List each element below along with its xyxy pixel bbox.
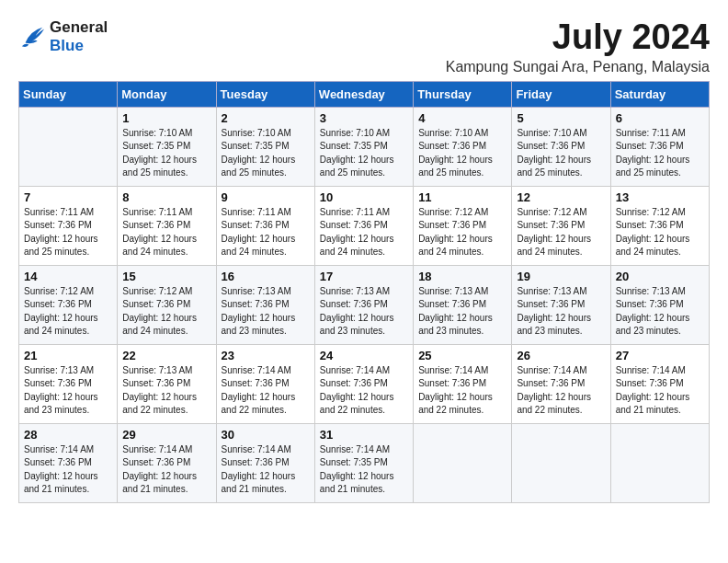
cell-sun-info: Sunrise: 7:14 AMSunset: 7:36 PMDaylight:… bbox=[616, 364, 704, 418]
weekday-header-wednesday: Wednesday bbox=[314, 81, 413, 107]
calendar-cell: 30Sunrise: 7:14 AMSunset: 7:36 PMDayligh… bbox=[216, 423, 314, 502]
day-number: 13 bbox=[616, 190, 704, 204]
day-number: 6 bbox=[616, 111, 704, 125]
day-number: 20 bbox=[616, 270, 704, 283]
day-number: 3 bbox=[320, 111, 408, 125]
calendar-cell bbox=[414, 423, 512, 502]
day-number: 30 bbox=[222, 428, 310, 442]
weekday-header-thursday: Thursday bbox=[414, 81, 512, 107]
calendar-cell: 22Sunrise: 7:13 AMSunset: 7:36 PMDayligh… bbox=[118, 344, 216, 423]
calendar-cell: 8Sunrise: 7:11 AMSunset: 7:36 PMDaylight… bbox=[118, 186, 216, 265]
calendar-week-row: 21Sunrise: 7:13 AMSunset: 7:36 PMDayligh… bbox=[19, 344, 710, 423]
cell-sun-info: Sunrise: 7:10 AMSunset: 7:36 PMDaylight:… bbox=[517, 127, 605, 180]
calendar-cell: 19Sunrise: 7:13 AMSunset: 7:36 PMDayligh… bbox=[512, 265, 610, 344]
cell-sun-info: Sunrise: 7:14 AMSunset: 7:36 PMDaylight:… bbox=[418, 364, 506, 418]
day-number: 27 bbox=[616, 349, 704, 362]
month-title: July 2024 bbox=[446, 18, 710, 57]
cell-sun-info: Sunrise: 7:11 AMSunset: 7:36 PMDaylight:… bbox=[616, 127, 704, 180]
cell-sun-info: Sunrise: 7:12 AMSunset: 7:36 PMDaylight:… bbox=[122, 285, 210, 339]
calendar-week-row: 1Sunrise: 7:10 AMSunset: 7:35 PMDaylight… bbox=[19, 107, 710, 186]
calendar-cell bbox=[19, 107, 118, 186]
calendar-cell: 14Sunrise: 7:12 AMSunset: 7:36 PMDayligh… bbox=[19, 265, 118, 344]
day-number: 10 bbox=[320, 190, 408, 204]
day-number: 4 bbox=[418, 111, 506, 125]
cell-sun-info: Sunrise: 7:14 AMSunset: 7:36 PMDaylight:… bbox=[517, 364, 605, 418]
weekday-header-sunday: Sunday bbox=[19, 81, 118, 107]
day-number: 28 bbox=[24, 428, 112, 442]
calendar-cell: 28Sunrise: 7:14 AMSunset: 7:36 PMDayligh… bbox=[19, 423, 118, 502]
calendar-week-row: 7Sunrise: 7:11 AMSunset: 7:36 PMDaylight… bbox=[19, 186, 710, 265]
logo-icon bbox=[18, 24, 46, 50]
day-number: 9 bbox=[222, 190, 310, 204]
cell-sun-info: Sunrise: 7:14 AMSunset: 7:36 PMDaylight:… bbox=[222, 364, 310, 418]
calendar-cell: 29Sunrise: 7:14 AMSunset: 7:36 PMDayligh… bbox=[118, 423, 216, 502]
day-number: 21 bbox=[24, 349, 112, 362]
day-number: 19 bbox=[517, 270, 605, 283]
day-number: 8 bbox=[122, 190, 210, 204]
day-number: 22 bbox=[122, 349, 210, 362]
day-number: 2 bbox=[222, 111, 310, 125]
day-number: 26 bbox=[517, 349, 605, 362]
day-number: 11 bbox=[418, 190, 506, 204]
day-number: 29 bbox=[122, 428, 210, 442]
logo: General Blue bbox=[18, 18, 108, 54]
page-header: General Blue July 2024 Kampung Sungai Ar… bbox=[18, 18, 710, 75]
calendar-cell: 7Sunrise: 7:11 AMSunset: 7:36 PMDaylight… bbox=[19, 186, 118, 265]
day-number: 18 bbox=[418, 270, 506, 283]
weekday-header-saturday: Saturday bbox=[610, 81, 709, 107]
calendar-cell bbox=[610, 423, 709, 502]
cell-sun-info: Sunrise: 7:10 AMSunset: 7:35 PMDaylight:… bbox=[122, 127, 210, 180]
logo-text-line2: Blue bbox=[50, 37, 108, 55]
cell-sun-info: Sunrise: 7:13 AMSunset: 7:36 PMDaylight:… bbox=[122, 364, 210, 418]
calendar-cell: 24Sunrise: 7:14 AMSunset: 7:36 PMDayligh… bbox=[314, 344, 413, 423]
calendar-cell: 11Sunrise: 7:12 AMSunset: 7:36 PMDayligh… bbox=[414, 186, 512, 265]
calendar-cell: 5Sunrise: 7:10 AMSunset: 7:36 PMDaylight… bbox=[512, 107, 610, 186]
cell-sun-info: Sunrise: 7:12 AMSunset: 7:36 PMDaylight:… bbox=[418, 206, 506, 259]
calendar-cell: 1Sunrise: 7:10 AMSunset: 7:35 PMDaylight… bbox=[118, 107, 216, 186]
cell-sun-info: Sunrise: 7:13 AMSunset: 7:36 PMDaylight:… bbox=[222, 285, 310, 339]
calendar-cell: 13Sunrise: 7:12 AMSunset: 7:36 PMDayligh… bbox=[610, 186, 709, 265]
cell-sun-info: Sunrise: 7:11 AMSunset: 7:36 PMDaylight:… bbox=[24, 206, 112, 259]
cell-sun-info: Sunrise: 7:14 AMSunset: 7:36 PMDaylight:… bbox=[24, 443, 112, 497]
day-number: 31 bbox=[320, 428, 408, 442]
calendar-cell: 6Sunrise: 7:11 AMSunset: 7:36 PMDaylight… bbox=[610, 107, 709, 186]
calendar-cell: 9Sunrise: 7:11 AMSunset: 7:36 PMDaylight… bbox=[216, 186, 314, 265]
cell-sun-info: Sunrise: 7:12 AMSunset: 7:36 PMDaylight:… bbox=[616, 206, 704, 259]
cell-sun-info: Sunrise: 7:10 AMSunset: 7:35 PMDaylight:… bbox=[320, 127, 408, 180]
day-number: 16 bbox=[222, 270, 310, 283]
weekday-header-tuesday: Tuesday bbox=[216, 81, 314, 107]
logo-text-line1: General bbox=[50, 18, 108, 37]
cell-sun-info: Sunrise: 7:14 AMSunset: 7:36 PMDaylight:… bbox=[320, 364, 408, 418]
cell-sun-info: Sunrise: 7:12 AMSunset: 7:36 PMDaylight:… bbox=[517, 206, 605, 259]
cell-sun-info: Sunrise: 7:14 AMSunset: 7:35 PMDaylight:… bbox=[320, 443, 408, 497]
cell-sun-info: Sunrise: 7:14 AMSunset: 7:36 PMDaylight:… bbox=[222, 443, 310, 497]
calendar-cell: 3Sunrise: 7:10 AMSunset: 7:35 PMDaylight… bbox=[314, 107, 413, 186]
calendar-cell: 2Sunrise: 7:10 AMSunset: 7:35 PMDaylight… bbox=[216, 107, 314, 186]
cell-sun-info: Sunrise: 7:13 AMSunset: 7:36 PMDaylight:… bbox=[517, 285, 605, 339]
day-number: 23 bbox=[222, 349, 310, 362]
cell-sun-info: Sunrise: 7:10 AMSunset: 7:35 PMDaylight:… bbox=[222, 127, 310, 180]
calendar-cell: 27Sunrise: 7:14 AMSunset: 7:36 PMDayligh… bbox=[610, 344, 709, 423]
title-block: July 2024 Kampung Sungai Ara, Penang, Ma… bbox=[446, 18, 710, 75]
cell-sun-info: Sunrise: 7:14 AMSunset: 7:36 PMDaylight:… bbox=[122, 443, 210, 497]
calendar-cell: 25Sunrise: 7:14 AMSunset: 7:36 PMDayligh… bbox=[414, 344, 512, 423]
cell-sun-info: Sunrise: 7:13 AMSunset: 7:36 PMDaylight:… bbox=[616, 285, 704, 339]
calendar-cell: 18Sunrise: 7:13 AMSunset: 7:36 PMDayligh… bbox=[414, 265, 512, 344]
calendar-cell: 31Sunrise: 7:14 AMSunset: 7:35 PMDayligh… bbox=[314, 423, 413, 502]
weekday-header-friday: Friday bbox=[512, 81, 610, 107]
cell-sun-info: Sunrise: 7:13 AMSunset: 7:36 PMDaylight:… bbox=[320, 285, 408, 339]
weekday-header-monday: Monday bbox=[118, 81, 216, 107]
location-subtitle: Kampung Sungai Ara, Penang, Malaysia bbox=[446, 59, 710, 75]
day-number: 17 bbox=[320, 270, 408, 283]
cell-sun-info: Sunrise: 7:13 AMSunset: 7:36 PMDaylight:… bbox=[24, 364, 112, 418]
calendar-cell: 23Sunrise: 7:14 AMSunset: 7:36 PMDayligh… bbox=[216, 344, 314, 423]
calendar-cell: 12Sunrise: 7:12 AMSunset: 7:36 PMDayligh… bbox=[512, 186, 610, 265]
calendar-table: SundayMondayTuesdayWednesdayThursdayFrid… bbox=[18, 81, 710, 503]
cell-sun-info: Sunrise: 7:12 AMSunset: 7:36 PMDaylight:… bbox=[24, 285, 112, 339]
calendar-cell: 26Sunrise: 7:14 AMSunset: 7:36 PMDayligh… bbox=[512, 344, 610, 423]
cell-sun-info: Sunrise: 7:11 AMSunset: 7:36 PMDaylight:… bbox=[320, 206, 408, 259]
cell-sun-info: Sunrise: 7:11 AMSunset: 7:36 PMDaylight:… bbox=[222, 206, 310, 259]
cell-sun-info: Sunrise: 7:10 AMSunset: 7:36 PMDaylight:… bbox=[418, 127, 506, 180]
calendar-cell bbox=[512, 423, 610, 502]
cell-sun-info: Sunrise: 7:13 AMSunset: 7:36 PMDaylight:… bbox=[418, 285, 506, 339]
